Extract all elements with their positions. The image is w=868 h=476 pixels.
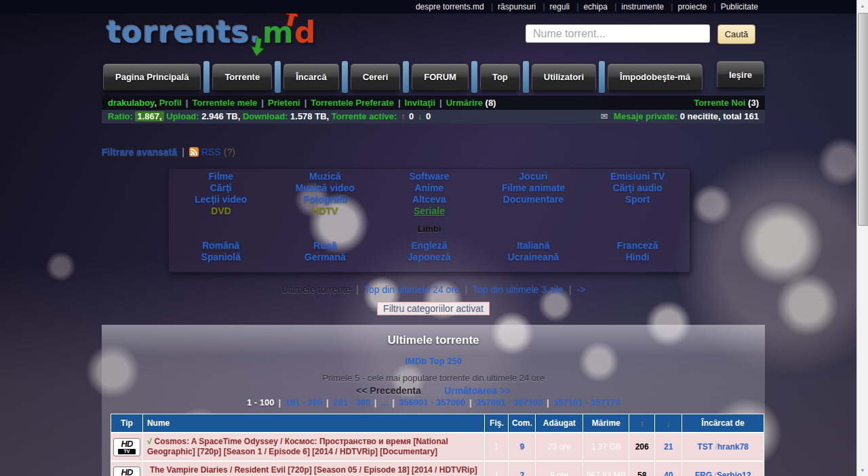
cell-type[interactable]: HDTV — [111, 462, 143, 476]
torrentele-mele-link[interactable]: Torrentele mele — [193, 98, 258, 108]
language-column-2: Rusă Germană — [273, 240, 378, 263]
nav-iesire[interactable]: Ieşire — [717, 61, 764, 88]
category-dvd[interactable]: DVD — [169, 205, 273, 217]
category-filme-animate[interactable]: Filme animate — [481, 182, 586, 194]
scrollbar-down-arrow[interactable]: ▼ — [857, 464, 868, 476]
torrentele-preferate-link[interactable]: Torrentele Preferate — [311, 98, 394, 108]
torrente-noi-link[interactable]: Torrente Noi — [694, 98, 745, 108]
language-hindi[interactable]: Hindi — [585, 252, 690, 263]
language-romana[interactable]: Română — [169, 240, 273, 252]
torrent-title-link[interactable]: The Vampire Diaries / Resident Evil [720… — [147, 465, 477, 476]
rss-icon[interactable] — [189, 147, 199, 157]
nav-incarca[interactable]: Încarcă — [283, 64, 339, 91]
header-adaugat[interactable]: Adăugat — [536, 414, 583, 432]
uploader-link[interactable]: Serhio12 — [717, 471, 751, 476]
page-range-link[interactable]: 201 - 300 — [333, 397, 370, 408]
language-engleza[interactable]: Engleză — [377, 240, 481, 252]
next-page-link[interactable]: Următoarea >> — [444, 385, 511, 396]
page-range-link[interactable]: 357001 - 357100 — [476, 397, 542, 408]
rss-link[interactable]: RSS — [201, 146, 221, 157]
logo-text-blue: torrents. — [107, 15, 262, 49]
torrent-title-link[interactable]: Cosmos: A SpaceTime Odyssey / Космос: Пр… — [147, 437, 448, 456]
header-nume[interactable]: Nume — [143, 414, 485, 432]
scrollbar[interactable]: ▲ ▼ — [856, 0, 868, 476]
team-link[interactable]: TST — [697, 442, 717, 452]
language-rusa[interactable]: Rusă — [273, 240, 378, 252]
category-muzica[interactable]: Muzică — [273, 171, 378, 182]
rss-hint[interactable]: (?) — [224, 146, 235, 157]
language-japoneza[interactable]: Japoneză — [377, 252, 481, 263]
category-fotografii[interactable]: Fotografii — [273, 194, 378, 205]
topbar-link-reguli[interactable]: reguli — [538, 2, 569, 12]
category-lectii-video[interactable]: Lecţii video — [169, 194, 273, 205]
category-emisiuni-tv[interactable]: Emisiuni TV — [585, 171, 690, 182]
header-tip[interactable]: Tip — [111, 414, 143, 432]
language-germana[interactable]: Germană — [273, 252, 378, 263]
language-spaniola[interactable]: Spaniolă — [169, 252, 273, 263]
header-fisiere[interactable]: Fiş. — [485, 414, 509, 432]
language-column-3: Engleză Japoneză — [377, 240, 481, 263]
category-seriale[interactable]: Seriale — [377, 205, 481, 217]
header-comentarii[interactable]: Com. — [509, 414, 536, 432]
topbar-link-proiecte[interactable]: proiecte — [666, 2, 707, 12]
category-anime[interactable]: Anime — [377, 182, 481, 194]
nav-top[interactable]: Top — [480, 64, 520, 91]
site-logo[interactable]: torrents.md — [107, 15, 316, 49]
category-altceva[interactable]: Altceva — [377, 194, 481, 205]
nav-torrente[interactable]: Torrente — [212, 64, 272, 91]
search-input[interactable] — [526, 24, 710, 43]
header-incarcat-de[interactable]: Încărcat de — [682, 414, 764, 432]
imdb-top-250-link[interactable]: IMDb Top 250 — [102, 356, 765, 366]
nav-forum[interactable]: FORUM — [412, 64, 469, 91]
hdtv-icon-tv: TV — [118, 449, 136, 454]
tab-top-3-zile[interactable]: Top din ultimele 3 zile — [473, 284, 564, 295]
category-muzica-video[interactable]: Muzică video — [273, 182, 378, 194]
language-franceza[interactable]: Franceză — [585, 240, 690, 252]
category-jocuri[interactable]: Jocuri — [481, 171, 586, 182]
header-marime[interactable]: Mărime — [583, 414, 629, 432]
topbar-link-publicitate[interactable]: Publicitate — [709, 2, 759, 12]
urmarire-link[interactable]: Urmărire — [446, 98, 483, 108]
language-italiana[interactable]: Italiană — [481, 240, 586, 252]
tab-top-24-ore[interactable]: Top din ultimele 24 ore — [364, 284, 460, 295]
page-range-link[interactable]: 357101 - 357170 — [553, 397, 620, 408]
prieteni-link[interactable]: Prieteni — [268, 98, 300, 108]
previous-page-link[interactable]: << Precedenta — [356, 385, 421, 396]
cell-type[interactable]: HDTV — [111, 433, 143, 460]
category-documentare[interactable]: Documentare — [481, 194, 586, 205]
page-range-link[interactable]: 356901 - 357000 — [399, 397, 465, 408]
category-hdtv[interactable]: HDTV — [273, 205, 378, 217]
advanced-filter-link[interactable]: Filtrare avansată — [102, 146, 177, 157]
category-carti[interactable]: Cărţi — [169, 182, 273, 194]
profil-link[interactable]: Profil — [159, 98, 182, 108]
language-ucraineana[interactable]: Ucraineană — [481, 252, 586, 263]
uploader-link[interactable]: hrank78 — [717, 442, 749, 452]
nav-impodobeste-ma[interactable]: Împodobeşte-mă — [608, 64, 703, 91]
nav-utilizatori[interactable]: Utilizatori — [532, 64, 596, 91]
cell-comments[interactable]: 2 — [509, 462, 536, 476]
mesaje-label[interactable]: Mesaje private: — [614, 111, 677, 121]
category-software[interactable]: Software — [377, 171, 481, 182]
category-carti-audio[interactable]: Cărţi audio — [585, 182, 690, 194]
page-range-link[interactable]: 101 - 200 — [285, 397, 322, 408]
category-filme[interactable]: Filme — [169, 171, 273, 182]
nav-pagina-principala[interactable]: Pagina Principală — [103, 64, 201, 91]
header-leechers-icon[interactable]: ↓ — [655, 414, 682, 432]
topbar-link-instrumente[interactable]: instrumente — [610, 2, 664, 12]
topbar-link-despre[interactable]: despre torrents.md — [416, 2, 484, 12]
nav-cereri[interactable]: Cereri — [351, 64, 401, 91]
scrollbar-thumb[interactable] — [858, 13, 868, 226]
category-sport[interactable]: Sport — [585, 194, 690, 205]
topbar-link-raspunsuri[interactable]: răspunsuri — [486, 2, 536, 12]
separator — [370, 397, 381, 408]
private-messages[interactable]: ✉ Mesaje private: 0 necitite, total 161 — [601, 110, 759, 123]
cell-comments[interactable]: 9 — [509, 433, 536, 460]
search-button[interactable]: Caută — [717, 24, 755, 44]
tab-next-arrow[interactable]: -> — [577, 284, 586, 295]
username-link[interactable]: drakulaboy — [108, 98, 159, 108]
header-seeders-icon[interactable]: ↑ — [629, 414, 655, 432]
scrollbar-up-arrow[interactable]: ▲ — [857, 0, 868, 12]
invitatii-link[interactable]: Invitaţii — [405, 98, 436, 108]
team-link[interactable]: FRG — [695, 471, 717, 476]
topbar-link-echipa[interactable]: echipa — [572, 2, 608, 12]
